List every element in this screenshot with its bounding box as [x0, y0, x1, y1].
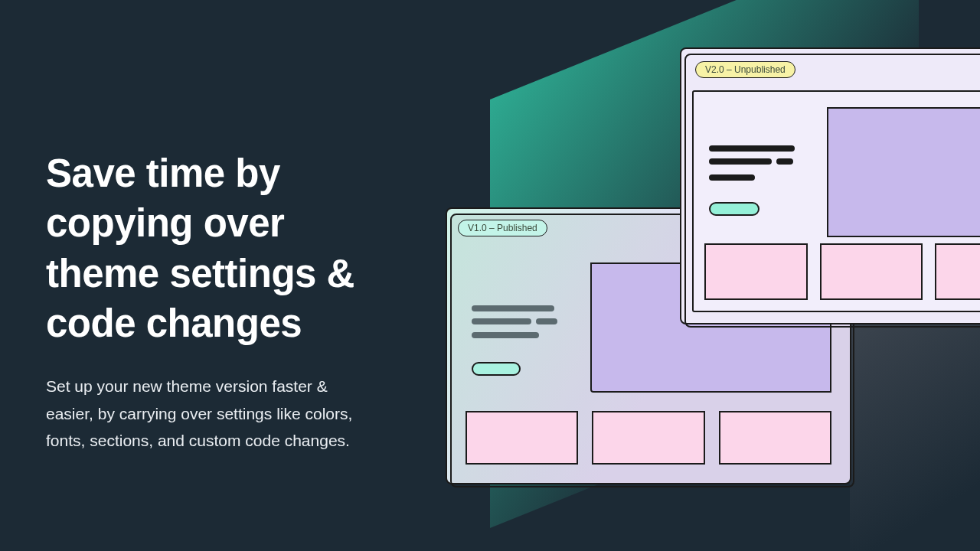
- thumb: [592, 411, 704, 465]
- version-badge-v1: V1.0 – Published: [458, 220, 547, 236]
- mock-window-v2: V2.0 – Unpublished: [680, 47, 980, 324]
- thumb-row-v2: [704, 243, 980, 300]
- hero-block-v2: [827, 107, 980, 237]
- headline: Save time by copying over theme settings…: [46, 148, 375, 348]
- hero-text: Save time by copying over theme settings…: [46, 148, 375, 455]
- thumb: [935, 243, 980, 300]
- thumb: [820, 243, 923, 300]
- text-lines-v2: [709, 145, 795, 187]
- cta-pill-v1: [472, 362, 521, 376]
- thumb-row-v1: [466, 411, 831, 465]
- subtext: Set up your new theme version faster & e…: [46, 373, 375, 455]
- version-badge-v2: V2.0 – Unpublished: [695, 61, 795, 78]
- thumb: [719, 411, 831, 465]
- cta-pill-v2: [709, 202, 760, 216]
- thumb: [466, 411, 578, 465]
- thumb: [704, 243, 808, 300]
- text-lines-v1: [472, 305, 557, 345]
